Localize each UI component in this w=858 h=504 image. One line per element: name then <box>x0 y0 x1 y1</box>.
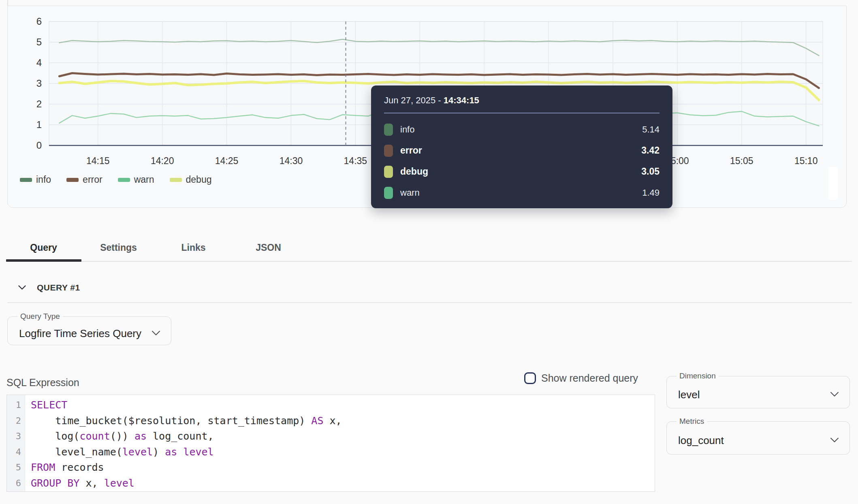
sql-line-5: FROM records <box>31 460 655 476</box>
svg-text:3: 3 <box>36 78 42 89</box>
chevron-down-icon <box>830 438 839 443</box>
tab-bar-track <box>6 261 852 262</box>
line-number: 3 <box>7 429 25 444</box>
metrics-label: Metrics <box>677 417 707 426</box>
metrics-select[interactable]: Metrics log_count <box>666 417 850 455</box>
sql-line-2: time_bucket($resolution, start_timestamp… <box>31 413 655 429</box>
tab-json[interactable]: JSON <box>231 242 306 253</box>
section-divider <box>7 302 852 303</box>
svg-text:15:10: 15:10 <box>794 156 818 166</box>
tooltip-swatch-error <box>384 145 393 157</box>
svg-text:5: 5 <box>36 36 42 47</box>
tooltip-timestamp: Jun 27, 2025 - 14:34:15 <box>384 95 660 106</box>
tooltip-swatch-debug <box>384 166 393 178</box>
sql-code-editor[interactable]: 123456 SELECT time_bucket($resolution, s… <box>6 395 655 492</box>
svg-text:15:05: 15:05 <box>730 156 753 166</box>
tooltip-row-warn: warn1.49 <box>384 182 660 203</box>
show-rendered-query-label[interactable]: Show rendered query <box>541 372 638 384</box>
chevron-down-icon <box>18 285 26 290</box>
show-rendered-query-checkbox[interactable] <box>524 372 536 384</box>
tooltip-series-value: 1.49 <box>642 188 660 198</box>
dimension-select[interactable]: Dimension level <box>666 372 850 408</box>
svg-text:6: 6 <box>36 16 42 27</box>
dimension-label: Dimension <box>677 372 719 380</box>
sql-code[interactable]: SELECT time_bucket($resolution, start_ti… <box>25 395 655 491</box>
dimension-value: level <box>678 389 700 401</box>
svg-text:2: 2 <box>36 98 42 109</box>
query-type-select[interactable]: Query Type Logfire Time Series Query <box>7 312 171 345</box>
svg-text:4: 4 <box>36 57 42 68</box>
legend-label-info: info <box>36 174 51 185</box>
sql-line-6: GROUP BY x, level <box>31 476 655 491</box>
sql-line-3: log(count()) as log_count, <box>31 429 655 444</box>
svg-text:14:35: 14:35 <box>344 156 367 166</box>
tooltip-series-name: error <box>400 145 422 156</box>
tooltip-row-error: error3.42 <box>384 140 660 161</box>
svg-text:14:25: 14:25 <box>215 156 239 166</box>
tab-links[interactable]: Links <box>156 242 231 253</box>
legend-item-debug[interactable]: debug <box>170 174 212 185</box>
tab-settings[interactable]: Settings <box>81 242 156 253</box>
tooltip-series-name: info <box>400 124 414 135</box>
panel-edge-line <box>7 0 8 6</box>
line-number: 1 <box>7 397 25 413</box>
legend-item-error[interactable]: error <box>66 174 102 185</box>
svg-text:0: 0 <box>36 140 42 151</box>
legend-label-error: error <box>83 174 102 185</box>
legend-label-debug: debug <box>186 174 212 185</box>
scrollbar-thumb[interactable] <box>828 167 838 200</box>
line-number-gutter: 123456 <box>7 395 25 491</box>
chart-legend: infoerrorwarndebug <box>20 174 211 185</box>
show-rendered-query-toggle: Show rendered query <box>524 372 638 384</box>
tooltip-series-value: 3.42 <box>641 145 660 156</box>
sql-line-4: level_name(level) as level <box>31 444 655 460</box>
metrics-value: log_count <box>678 434 724 447</box>
tooltip-divider <box>384 113 660 113</box>
tooltip-series-value: 3.05 <box>641 166 660 177</box>
query-1-header[interactable]: QUERY #1 <box>18 283 80 293</box>
tooltip-row-debug: debug3.05 <box>384 161 660 182</box>
line-number: 5 <box>7 460 25 476</box>
chevron-down-icon <box>152 330 160 335</box>
query-type-label: Query Type <box>17 312 63 321</box>
legend-swatch-info <box>20 178 32 182</box>
tab-bar: QuerySettingsLinksJSON <box>6 236 306 259</box>
legend-label-warn: warn <box>134 174 154 185</box>
legend-item-warn[interactable]: warn <box>118 174 154 185</box>
tooltip-series-name: warn <box>400 188 420 198</box>
query-type-value: Logfire Time Series Query <box>19 327 141 340</box>
tooltip-series-name: debug <box>400 166 428 177</box>
chart-panel: 012345614:1514:2014:2514:3014:3514:4014:… <box>7 6 847 208</box>
svg-text:14:30: 14:30 <box>280 156 303 166</box>
line-number: 4 <box>7 444 25 460</box>
tooltip-swatch-warn <box>384 187 393 199</box>
chevron-down-icon <box>830 392 839 397</box>
legend-swatch-warn <box>118 178 130 182</box>
svg-text:14:20: 14:20 <box>151 156 174 166</box>
svg-text:1: 1 <box>36 119 42 130</box>
tooltip-swatch-info <box>384 124 393 136</box>
sql-line-1: SELECT <box>31 397 655 413</box>
chart-tooltip: Jun 27, 2025 - 14:34:15 info5.14error3.4… <box>371 85 672 208</box>
tab-query[interactable]: Query <box>6 242 81 253</box>
legend-item-info[interactable]: info <box>20 174 51 185</box>
svg-text:14:15: 14:15 <box>86 156 110 166</box>
tooltip-row-info: info5.14 <box>384 119 660 140</box>
tooltip-rows: info5.14error3.42debug3.05warn1.49 <box>384 119 660 203</box>
legend-swatch-error <box>66 178 79 182</box>
tooltip-series-value: 5.14 <box>642 124 660 135</box>
line-number: 6 <box>7 476 25 491</box>
sql-expression-label: SQL Expression <box>6 377 79 389</box>
line-number: 2 <box>7 413 25 429</box>
active-tab-indicator <box>6 259 81 262</box>
query-1-title: QUERY #1 <box>37 283 80 293</box>
legend-swatch-debug <box>170 178 182 182</box>
dashboard-query-editor: 012345614:1514:2014:2514:3014:3514:4014:… <box>0 0 858 504</box>
